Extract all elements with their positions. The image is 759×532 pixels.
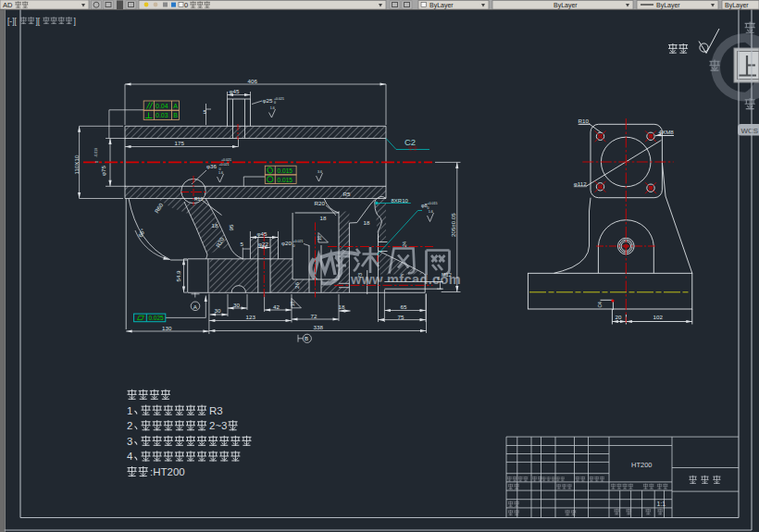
svg-text:+0.021: +0.021 — [293, 240, 304, 243]
svg-text:0.025: 0.025 — [149, 315, 164, 321]
svg-text:R3: R3 — [209, 405, 223, 416]
svg-text:+0.021: +0.021 — [274, 97, 284, 101]
svg-text:54.9: 54.9 — [175, 270, 181, 282]
svg-text:18: 18 — [320, 215, 327, 221]
svg-text:3.6: 3.6 — [317, 170, 322, 174]
svg-text:0.015: 0.015 — [278, 167, 293, 174]
svg-text:C4: C4 — [597, 302, 603, 308]
svg-text:R20: R20 — [315, 200, 326, 206]
svg-text:][: ][ — [36, 17, 41, 26]
svg-text:5: 5 — [241, 241, 244, 247]
svg-text:1:1: 1:1 — [657, 501, 666, 507]
svg-text::HT200: :HT200 — [150, 466, 185, 477]
svg-text:3: 3 — [127, 436, 132, 447]
svg-text:A: A — [173, 103, 178, 109]
svg-text:72: 72 — [311, 313, 317, 319]
svg-text:WCS: WCS — [741, 127, 759, 135]
svg-text:95: 95 — [228, 224, 234, 230]
svg-text:ByLayer: ByLayer — [429, 2, 454, 9]
svg-text:B: B — [305, 335, 308, 341]
svg-text:2~3: 2~3 — [209, 420, 228, 431]
svg-text:18: 18 — [339, 303, 345, 310]
svg-text:123: 123 — [246, 314, 256, 320]
svg-text:18: 18 — [291, 301, 295, 306]
svg-text:AD: AD — [3, 1, 13, 9]
svg-text:B: B — [173, 112, 178, 118]
svg-text:0: 0 — [428, 206, 429, 210]
svg-text:φ45: φ45 — [257, 230, 268, 237]
svg-text:0: 0 — [219, 167, 221, 171]
svg-text:66°: 66° — [137, 228, 147, 239]
svg-text:65: 65 — [401, 303, 407, 310]
svg-text:1.6: 1.6 — [218, 171, 223, 175]
svg-text:0.015: 0.015 — [278, 177, 293, 183]
svg-text:0: 0 — [95, 161, 99, 163]
svg-text:16: 16 — [317, 235, 322, 241]
svg-text:102: 102 — [653, 314, 664, 320]
svg-text:ByLayer: ByLayer — [554, 2, 578, 9]
svg-text:+0.021: +0.021 — [221, 158, 231, 162]
svg-text:73: 73 — [357, 273, 363, 278]
svg-text:20: 20 — [616, 314, 622, 320]
svg-text:75: 75 — [398, 314, 404, 320]
svg-text:ByLayer: ByLayer — [656, 2, 680, 9]
svg-text:0: 0 — [274, 101, 276, 105]
svg-text:φ22: φ22 — [258, 241, 268, 247]
svg-text:30: 30 — [233, 302, 240, 308]
svg-text:[-][: [-][ — [7, 17, 18, 26]
svg-text:42: 42 — [273, 303, 280, 310]
svg-text:5: 5 — [204, 108, 207, 115]
svg-text:1.6: 1.6 — [270, 106, 275, 110]
svg-text:]: ] — [74, 17, 76, 26]
svg-text:18: 18 — [364, 219, 370, 226]
svg-text:0.04: 0.04 — [156, 103, 168, 109]
svg-text:2: 2 — [127, 420, 132, 431]
svg-text:24: 24 — [402, 241, 407, 247]
svg-text:0: 0 — [184, 1, 188, 9]
svg-text:1.6: 1.6 — [429, 210, 433, 214]
svg-text:30: 30 — [215, 307, 221, 314]
svg-text:R10: R10 — [579, 118, 590, 124]
svg-text:R10: R10 — [194, 196, 203, 202]
svg-text:+0.021: +0.021 — [219, 163, 230, 167]
svg-text:338: 338 — [314, 324, 324, 330]
svg-text:18: 18 — [212, 222, 218, 229]
svg-text:8XR10: 8XR10 — [392, 198, 409, 204]
svg-text:HT200: HT200 — [631, 461, 653, 469]
svg-text:R60: R60 — [153, 202, 164, 215]
svg-text:C2: C2 — [404, 137, 416, 147]
svg-text:4XM8: 4XM8 — [659, 129, 675, 135]
svg-text:φ20: φ20 — [281, 240, 292, 246]
svg-text:M12: M12 — [442, 272, 452, 278]
svg-text:130: 130 — [162, 325, 172, 331]
svg-text:+0.015: +0.015 — [428, 202, 438, 205]
svg-text:4: 4 — [127, 451, 133, 462]
svg-text:R5: R5 — [343, 191, 351, 197]
svg-text:A: A — [193, 303, 198, 310]
svg-text:406: 406 — [248, 78, 258, 84]
svg-text:0: 0 — [293, 244, 295, 248]
svg-text:φ112: φ112 — [574, 180, 587, 187]
svg-text:1: 1 — [127, 405, 132, 416]
svg-text:ByLayer: ByLayer — [725, 2, 749, 9]
svg-text:175: 175 — [175, 140, 185, 146]
svg-text:26: 26 — [293, 282, 300, 289]
svg-text:φ75: φ75 — [100, 166, 106, 176]
svg-text:φ25: φ25 — [263, 97, 273, 104]
svg-text:-0.019: -0.019 — [94, 148, 98, 157]
svg-text:φ36: φ36 — [206, 163, 217, 169]
svg-text:φ45: φ45 — [230, 88, 240, 94]
svg-text:110X10: 110X10 — [73, 155, 80, 174]
svg-text:205±0.05: 205±0.05 — [450, 213, 456, 237]
svg-text:0.03: 0.03 — [156, 112, 168, 118]
